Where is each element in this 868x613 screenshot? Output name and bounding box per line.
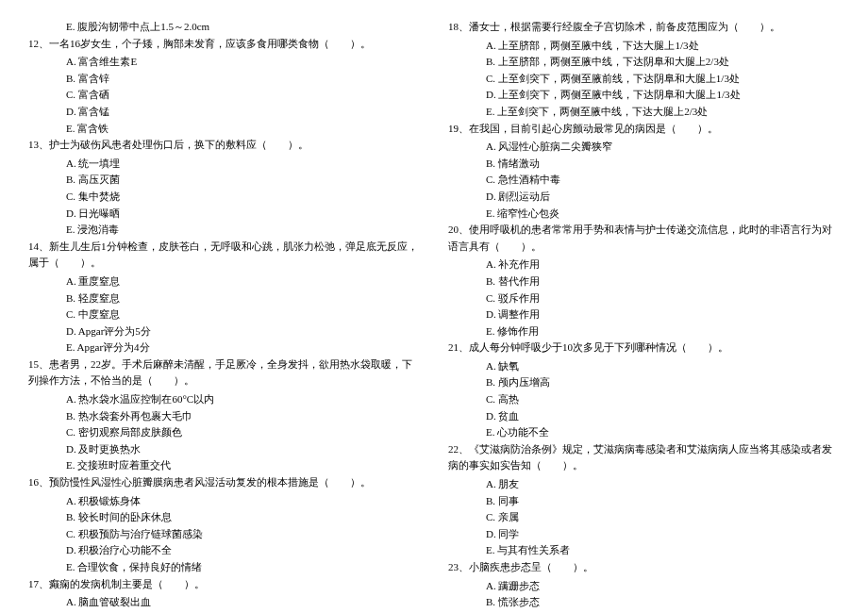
q19-option-a: A. 风湿性心脏病二尖瓣狭窄 bbox=[448, 139, 840, 156]
q19-option-d: D. 剧烈运动后 bbox=[448, 189, 840, 206]
q22-option-d: D. 同学 bbox=[448, 526, 840, 543]
question-23: 23、小脑疾患步态呈（ ）。 bbox=[448, 559, 840, 576]
q12-option-b: B. 富含锌 bbox=[28, 71, 420, 88]
q13-option-c: C. 集中焚烧 bbox=[28, 189, 420, 206]
q15-option-a: A. 热水袋水温应控制在60°C以内 bbox=[28, 391, 420, 408]
q22-option-c: C. 亲属 bbox=[448, 509, 840, 526]
q16-option-b: B. 较长时间的卧床休息 bbox=[28, 509, 420, 526]
q22-option-e: E. 与其有性关系者 bbox=[448, 542, 840, 559]
q21-option-a: A. 缺氧 bbox=[448, 358, 840, 375]
question-13: 13、护士为破伤风患者处理伤口后，换下的敷料应（ ）。 bbox=[28, 137, 420, 154]
q18-option-c: C. 上至剑突下，两侧至腋前线，下达阴阜和大腿上1/3处 bbox=[448, 71, 840, 88]
q16-option-e: E. 合理饮食，保持良好的情绪 bbox=[28, 559, 420, 576]
q12-option-a: A. 富含维生素E bbox=[28, 54, 420, 71]
q14-option-a: A. 重度窒息 bbox=[28, 273, 420, 290]
q13-option-d: D. 日光曝晒 bbox=[28, 206, 420, 223]
q17-option-a: A. 脑血管破裂出血 bbox=[28, 594, 420, 611]
q23-option-b: B. 慌张步态 bbox=[448, 594, 840, 611]
q18-option-d: D. 上至剑突下，两侧至腋中线，下达阴阜和大腿上1/3处 bbox=[448, 87, 840, 104]
q15-option-d: D. 及时更换热水 bbox=[28, 441, 420, 458]
q16-option-a: A. 积极锻炼身体 bbox=[28, 493, 420, 510]
q15-option-c: C. 密切观察局部皮肤颜色 bbox=[28, 424, 420, 441]
question-14: 14、新生儿生后1分钟检查，皮肤苍白，无呼吸和心跳，肌张力松弛，弹足底无反应，属… bbox=[28, 239, 420, 272]
question-18: 18、潘女士，根据需要行经腹全子宫切除术，前备皮范围应为（ ）。 bbox=[448, 19, 840, 36]
left-column: E. 腹股沟韧带中点上1.5～2.0cm 12、一名16岁女生，个子矮，胸部未发… bbox=[28, 19, 420, 613]
q14-option-b: B. 轻度窒息 bbox=[28, 290, 420, 307]
q15-option-e: E. 交接班时应着重交代 bbox=[28, 457, 420, 474]
q21-option-b: B. 颅内压增高 bbox=[448, 374, 840, 391]
q12-option-c: C. 富含硒 bbox=[28, 87, 420, 104]
question-21: 21、成人每分钟呼吸少于10次多见于下列哪种情况（ ）。 bbox=[448, 340, 840, 356]
question-17: 17、癫痫的发病机制主要是（ ）。 bbox=[28, 576, 420, 593]
question-20: 20、使用呼吸机的患者常常用手势和表情与护士传递交流信息，此时的非语言行为对语言… bbox=[448, 222, 840, 255]
question-19: 19、在我国，目前引起心房颤动最常见的病因是（ ）。 bbox=[448, 121, 840, 138]
question-16: 16、预防慢性风湿性心脏瓣膜病患者风湿活动复发的根本措施是（ ）。 bbox=[28, 474, 420, 491]
q22-option-b: B. 同事 bbox=[448, 493, 840, 510]
q13-option-e: E. 浸泡消毒 bbox=[28, 222, 420, 239]
q12-option-d: D. 富含锰 bbox=[28, 104, 420, 121]
content-columns: E. 腹股沟韧带中点上1.5～2.0cm 12、一名16岁女生，个子矮，胸部未发… bbox=[28, 19, 840, 613]
q19-option-b: B. 情绪激动 bbox=[448, 156, 840, 173]
q15-option-b: B. 热水袋套外再包裹大毛巾 bbox=[28, 408, 420, 425]
q18-option-b: B. 上至脐部，两侧至腋中线，下达阴阜和大腿上2/3处 bbox=[448, 54, 840, 71]
q19-option-c: C. 急性酒精中毒 bbox=[448, 172, 840, 189]
q18-option-a: A. 上至脐部，两侧至腋中线，下达大腿上1/3处 bbox=[448, 38, 840, 55]
q19-option-e: E. 缩窄性心包炎 bbox=[448, 206, 840, 223]
q21-option-e: E. 心功能不全 bbox=[448, 424, 840, 441]
q14-option-d: D. Apgar评分为5分 bbox=[28, 323, 420, 340]
question-12: 12、一名16岁女生，个子矮，胸部未发育，应该多食用哪类食物（ ）。 bbox=[28, 36, 420, 53]
question-22: 22、《艾滋病防治条例》规定，艾滋病病毒感染者和艾滋病病人应当将其感染或者发病的… bbox=[448, 441, 840, 474]
q14-option-e: E. Apgar评分为4分 bbox=[28, 340, 420, 356]
q20-option-e: E. 修饰作用 bbox=[448, 323, 840, 340]
q20-option-c: C. 驳斥作用 bbox=[448, 290, 840, 307]
question-15: 15、患者男，22岁。手术后麻醉未清醒，手足厥冷，全身发抖，欲用热水袋取暖，下列… bbox=[28, 356, 420, 389]
q20-option-a: A. 补充作用 bbox=[448, 257, 840, 273]
q23-option-a: A. 蹒跚步态 bbox=[448, 578, 840, 595]
q16-option-c: C. 积极预防与治疗链球菌感染 bbox=[28, 526, 420, 543]
q13-option-a: A. 统一填埋 bbox=[28, 156, 420, 173]
q12-option-e: E. 富含铁 bbox=[28, 121, 420, 138]
q20-option-b: B. 替代作用 bbox=[448, 273, 840, 290]
q20-option-d: D. 调整作用 bbox=[448, 306, 840, 323]
q18-option-e: E. 上至剑突下，两侧至腋中线，下达大腿上2/3处 bbox=[448, 104, 840, 121]
q22-option-a: A. 朋友 bbox=[448, 476, 840, 493]
q16-option-d: D. 积极治疗心功能不全 bbox=[28, 542, 420, 559]
q21-option-c: C. 高热 bbox=[448, 391, 840, 408]
right-column: 18、潘女士，根据需要行经腹全子宫切除术，前备皮范围应为（ ）。 A. 上至脐部… bbox=[448, 19, 840, 613]
q21-option-d: D. 贫血 bbox=[448, 408, 840, 425]
q11-option-e: E. 腹股沟韧带中点上1.5～2.0cm bbox=[28, 19, 420, 36]
q13-option-b: B. 高压灭菌 bbox=[28, 172, 420, 189]
q14-option-c: C. 中度窒息 bbox=[28, 306, 420, 323]
